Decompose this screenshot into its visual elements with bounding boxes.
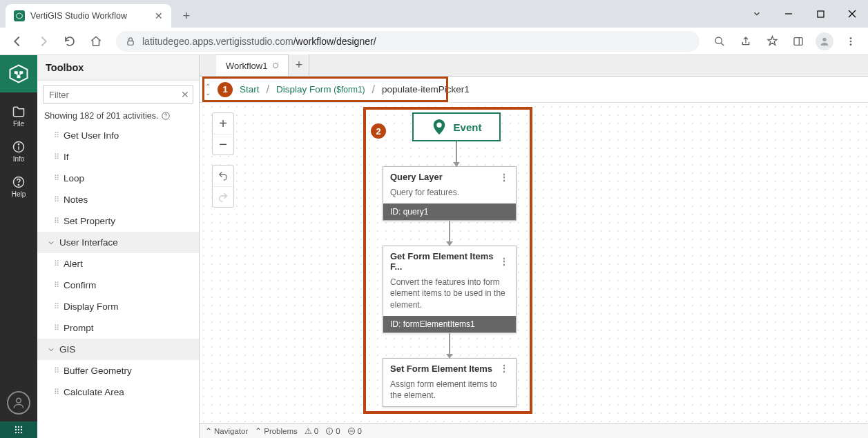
toolbox-section[interactable]: User Interface <box>37 232 199 253</box>
share-icon[interactable] <box>734 30 758 53</box>
url-text: latitudegeo.apps.vertigisstudio.com/work… <box>142 36 376 47</box>
toolbox-item[interactable]: ⠿Set Property <box>37 210 199 232</box>
toolbox-list[interactable]: ⠿Get User Info⠿If⠿Loop⠿Notes⠿Set Propert… <box>37 125 199 438</box>
toolbox-item[interactable]: ⠿Calculate Area <box>37 381 199 403</box>
zoom-out-button[interactable]: − <box>213 134 233 155</box>
browser-tab[interactable]: VertiGIS Studio Workflow ✕ <box>6 4 171 28</box>
breadcrumb-display-form[interactable]: Display Form ($form1) <box>273 84 368 94</box>
chevron-down-icon <box>47 346 55 354</box>
new-tab-button[interactable]: + <box>177 6 196 26</box>
nav-rail: File Info Help <box>0 55 37 438</box>
close-tab-icon[interactable]: ✕ <box>155 10 163 21</box>
document-tab[interactable]: Workflow1 <box>216 54 289 76</box>
showing-count: Showing 182 of 201 activities. <box>37 108 199 125</box>
toolbox-item[interactable]: ⠿Prompt <box>37 317 199 339</box>
chevron-down-icon[interactable] <box>741 0 773 28</box>
help-icon[interactable] <box>161 111 171 121</box>
activity-node-query[interactable]: Query Layer⋮ Query for features. ID: que… <box>383 166 517 221</box>
toolbox-item[interactable]: ⠿Loop <box>37 168 199 189</box>
window-controls <box>741 0 868 28</box>
zoom-icon[interactable] <box>708 30 731 53</box>
menu-icon[interactable] <box>839 30 862 53</box>
rail-file-label: File <box>13 120 24 128</box>
status-bar: ⌃Navigator ⌃Problems ⚠0 0 0 <box>200 423 868 438</box>
svg-rect-17 <box>17 76 21 79</box>
warnings-count[interactable]: ⚠0 <box>305 426 318 436</box>
redo-button[interactable] <box>213 186 233 207</box>
drag-grip-icon: ⠿ <box>54 388 58 397</box>
browser-tab-strip: VertiGIS Studio Workflow ✕ + <box>0 0 868 28</box>
activity-id: ID: formElementItems1 <box>383 316 516 332</box>
toolbox-item[interactable]: ⠿Get User Info <box>37 125 199 146</box>
connector-icon <box>449 333 450 358</box>
problems-toggle[interactable]: ⌃Problems <box>255 426 298 436</box>
toolbox-item[interactable]: ⠿If <box>37 146 199 168</box>
activity-id: ID: query1 <box>383 203 516 220</box>
chevron-down-icon <box>47 239 55 247</box>
toolbox-item[interactable]: ⠿Buffer Geometry <box>37 360 199 381</box>
zoom-in-button[interactable]: + <box>213 113 233 134</box>
activity-node-getitems[interactable]: Get Form Element Items F...⋮ Convert the… <box>383 246 517 333</box>
svg-rect-8 <box>794 37 802 45</box>
side-panel-icon[interactable] <box>787 30 810 53</box>
close-window-button[interactable] <box>836 0 868 28</box>
breadcrumb-nav-icon[interactable]: ⌃⌄ <box>202 83 213 96</box>
bookmark-icon[interactable] <box>760 30 784 53</box>
workflow-canvas[interactable]: + − 2 Event Query Layer⋮ Query for featu… <box>200 103 868 423</box>
lock-icon <box>126 37 135 46</box>
document-tabs: Workflow1 + <box>200 55 868 77</box>
toolbox-panel: Toolbox ✕ Showing 182 of 201 activities.… <box>37 55 200 438</box>
other-count[interactable]: 0 <box>347 427 362 435</box>
back-button[interactable] <box>6 30 29 53</box>
clear-filter-icon[interactable]: ✕ <box>181 89 189 100</box>
undo-button[interactable] <box>213 166 233 186</box>
filter-input[interactable] <box>43 85 193 104</box>
drag-grip-icon: ⠿ <box>54 131 58 140</box>
breadcrumb-bar: ⌃⌄ 1 Start / Display Form ($form1) / pop… <box>200 77 868 103</box>
node-menu-icon[interactable]: ⋮ <box>499 258 509 265</box>
apps-grid-icon[interactable] <box>0 421 37 438</box>
app-container: File Info Help Toolbox ✕ Showing 182 of … <box>0 55 868 438</box>
navigator-toggle[interactable]: ⌃Navigator <box>205 426 248 436</box>
breadcrumb-start[interactable]: Start <box>237 84 262 94</box>
workflow-flow: Event Query Layer⋮ Query for features. I… <box>380 112 519 407</box>
user-avatar[interactable] <box>7 391 30 415</box>
svg-rect-16 <box>19 71 23 74</box>
home-button[interactable] <box>84 30 108 53</box>
forward-button[interactable] <box>32 30 55 53</box>
node-menu-icon[interactable]: ⋮ <box>499 365 509 372</box>
activity-node-setitems[interactable]: Set Form Element Items⋮ Assign form elem… <box>383 358 517 407</box>
address-bar[interactable]: latitudegeo.apps.vertigisstudio.com/work… <box>116 31 700 52</box>
rail-file[interactable]: File <box>12 105 26 128</box>
unsaved-indicator-icon <box>273 63 278 68</box>
profile-button[interactable] <box>813 30 836 53</box>
svg-point-40 <box>329 429 330 430</box>
svg-point-36 <box>166 117 166 118</box>
toolbox-section[interactable]: GIS <box>37 339 199 360</box>
svg-marker-0 <box>17 13 22 19</box>
svg-rect-2 <box>818 11 824 17</box>
rail-info[interactable]: Info <box>12 140 26 163</box>
node-menu-icon[interactable]: ⋮ <box>499 174 509 181</box>
toolbox-item[interactable]: ⠿Notes <box>37 189 199 210</box>
add-tab-button[interactable]: + <box>289 54 309 76</box>
svg-point-37 <box>436 123 441 128</box>
minimize-button[interactable] <box>773 0 804 28</box>
drag-grip-icon: ⠿ <box>54 217 58 226</box>
connector-icon <box>449 221 450 246</box>
rail-help[interactable]: Help <box>12 175 26 198</box>
drag-grip-icon: ⠿ <box>54 152 58 161</box>
tab-title: VertiGIS Studio Workflow <box>30 11 127 21</box>
app-logo[interactable] <box>0 55 37 92</box>
event-node[interactable]: Event <box>412 112 501 141</box>
info-count[interactable]: 0 <box>325 427 340 435</box>
svg-point-27 <box>18 426 19 428</box>
toolbox-item[interactable]: ⠿Alert <box>37 253 199 275</box>
connector-icon <box>456 141 457 166</box>
reload-button[interactable] <box>58 30 81 53</box>
maximize-button[interactable] <box>804 0 836 28</box>
toolbox-item[interactable]: ⠿Display Form <box>37 296 199 317</box>
svg-line-19 <box>19 74 21 76</box>
svg-point-34 <box>21 432 22 433</box>
toolbox-item[interactable]: ⠿Confirm <box>37 275 199 296</box>
